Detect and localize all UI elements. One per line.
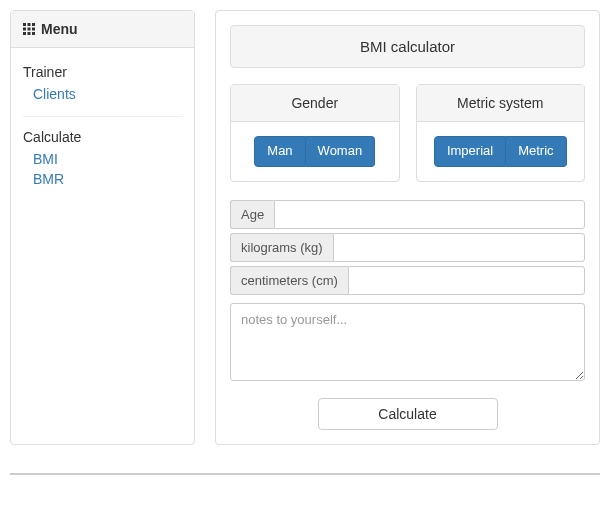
weight-group: kilograms (kg) (230, 233, 585, 262)
age-label: Age (230, 200, 274, 229)
gender-button-group: Man Woman (254, 136, 375, 167)
metric-imperial-button[interactable]: Imperial (434, 136, 506, 167)
gender-body: Man Woman (231, 122, 399, 181)
sidebar-body: Trainer Clients Calculate BMI BMR (11, 48, 194, 205)
gender-header: Gender (231, 85, 399, 122)
app-container: Menu Trainer Clients Calculate BMI BMR B… (10, 10, 600, 445)
sidebar-link-bmr[interactable]: BMR (23, 169, 182, 189)
sidebar: Menu Trainer Clients Calculate BMI BMR (10, 10, 195, 445)
svg-rect-3 (23, 28, 26, 31)
gender-woman-button[interactable]: Woman (306, 136, 376, 167)
sidebar-link-clients[interactable]: Clients (23, 84, 182, 104)
height-group: centimeters (cm) (230, 266, 585, 295)
metric-header: Metric system (417, 85, 585, 122)
notes-textarea[interactable] (230, 303, 585, 381)
weight-input[interactable] (333, 233, 585, 262)
svg-rect-6 (23, 32, 26, 35)
svg-rect-4 (28, 28, 31, 31)
sidebar-section-trainer: Trainer (23, 64, 182, 80)
height-input[interactable] (348, 266, 585, 295)
metric-panel: Metric system Imperial Metric (416, 84, 586, 182)
sidebar-link-bmi[interactable]: BMI (23, 149, 182, 169)
age-group: Age (230, 200, 585, 229)
sidebar-divider (23, 116, 182, 117)
sidebar-header: Menu (11, 11, 194, 48)
menu-label: Menu (41, 21, 78, 37)
metric-metric-button[interactable]: Metric (506, 136, 566, 167)
gender-panel: Gender Man Woman (230, 84, 400, 182)
svg-rect-2 (32, 23, 35, 26)
calculate-button[interactable]: Calculate (318, 398, 498, 430)
svg-rect-7 (28, 32, 31, 35)
svg-rect-8 (32, 32, 35, 35)
page-title: BMI calculator (230, 25, 585, 68)
bottom-divider (10, 473, 600, 475)
calculate-row: Calculate (230, 398, 585, 430)
grid-icon (23, 23, 35, 35)
options-row: Gender Man Woman Metric system Imperial … (230, 84, 585, 182)
weight-label: kilograms (kg) (230, 233, 333, 262)
metric-button-group: Imperial Metric (434, 136, 567, 167)
height-label: centimeters (cm) (230, 266, 348, 295)
svg-rect-1 (28, 23, 31, 26)
svg-rect-5 (32, 28, 35, 31)
main-panel: BMI calculator Gender Man Woman Metric s… (215, 10, 600, 445)
metric-body: Imperial Metric (417, 122, 585, 181)
age-input[interactable] (274, 200, 585, 229)
gender-man-button[interactable]: Man (254, 136, 305, 167)
sidebar-section-calculate: Calculate (23, 129, 182, 145)
svg-rect-0 (23, 23, 26, 26)
